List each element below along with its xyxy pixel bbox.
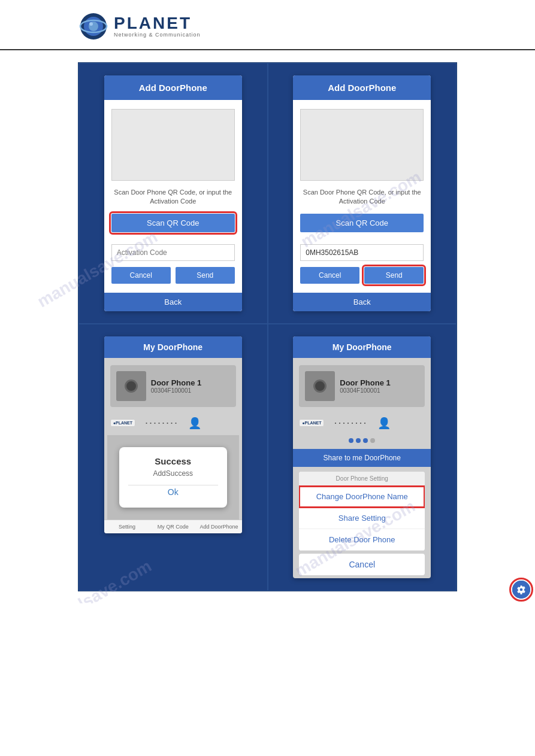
user-icon-left: 👤 [188,417,201,430]
top-left-back[interactable]: Back [104,293,242,311]
dots-indicator [293,435,431,446]
logo-text: PLANET Networking & Communication [114,15,201,38]
main-content: manualsave.com manualsave.com manualsave… [0,50,535,603]
top-left-panel: Add DoorPhone Scan Door Phone QR Code, o… [78,63,268,324]
bottom-nav-left: Setting My QR Code Add DoorPhone [104,520,242,533]
door-info-left: Door Phone 1 00304F100001 [151,378,230,394]
nav-add-doorphone[interactable]: Add DoorPhone [196,520,242,533]
camera-lens-right [313,379,327,393]
nav-setting[interactable]: Setting [104,520,150,533]
top-left-title: Add DoorPhone [104,75,242,100]
action-buttons-right: Cancel Send [300,267,424,284]
top-left-body: Scan Door Phone QR Code, or input the Ac… [104,100,242,293]
top-left-instruction: Scan Door Phone QR Code, or input the Ac… [111,188,235,207]
door-info-right: Door Phone 1 00304F100001 [340,378,419,394]
delete-door-button[interactable]: Delete Door Phone [299,529,425,551]
password-dots-left: ········ [139,417,185,429]
send-button-left[interactable]: Send [176,267,235,284]
dot-4 [370,438,375,443]
door-card-right: Door Phone 1 00304F100001 [299,365,425,407]
logo-planet-label: PLANET [114,15,201,32]
password-dots-right: ········ [328,417,373,429]
activation-code-input-right[interactable] [300,244,424,261]
ok-button[interactable]: Ok [128,485,218,499]
top-right-screen: Add DoorPhone Scan Door Phone QR Code, o… [293,75,431,311]
settings-panel: Door Phone Setting Change DoorPhone Name… [299,472,425,551]
svg-point-4 [89,22,93,26]
cancel-settings-button[interactable]: Cancel [299,554,425,575]
send-button-right[interactable]: Send [364,267,424,284]
scan-area-left [111,109,235,181]
camera-lens-left [125,379,138,393]
password-row-left: ●PLANET ········ 👤 [104,414,242,432]
camera-icon-left [116,371,146,401]
bottom-right-screen: My DoorPhone Door Phone 1 00304F100001 ●… [293,336,431,578]
door-id-left: 00304F100001 [151,387,230,394]
scan-area-right [300,109,424,181]
top-right-title: Add DoorPhone [293,75,431,100]
top-right-back[interactable]: Back [293,293,431,311]
cancel-button-right[interactable]: Cancel [300,267,359,284]
planet-badge-right: ●PLANET [299,419,324,427]
top-left-screen: Add DoorPhone Scan Door Phone QR Code, o… [104,75,242,311]
top-right-body: Scan Door Phone QR Code, or input the Ac… [293,100,431,293]
screenshots-grid: Add DoorPhone Scan Door Phone QR Code, o… [78,62,457,591]
activation-code-input-left[interactable] [111,244,235,261]
logo: PLANET Networking & Communication [78,11,201,42]
dot-1 [349,438,353,443]
logo-subtitle-label: Networking & Communication [114,32,201,38]
modal-overlay: Success AddSuccess Ok [107,435,239,520]
bottom-left-title: My DoorPhone [104,336,242,358]
planet-badge-left: ●PLANET [110,419,135,427]
camera-icon-right [305,371,335,401]
dot-3 [363,438,368,443]
page-header: PLANET Networking & Communication [0,0,535,50]
change-name-button[interactable]: Change DoorPhone Name [299,486,425,508]
scan-qr-button-right[interactable]: Scan QR Code [300,214,424,232]
password-row-right: ●PLANET ········ 👤 [293,414,431,432]
scan-qr-button-left[interactable]: Scan QR Code [111,214,235,232]
bottom-right-title: My DoorPhone [293,336,431,358]
planet-logo-icon [78,11,109,42]
top-right-panel: Add DoorPhone Scan Door Phone QR Code, o… [268,63,457,324]
success-title: Success [128,456,218,466]
top-right-instruction: Scan Door Phone QR Code, or input the Ac… [300,188,424,207]
success-modal: Success AddSuccess Ok [119,447,227,508]
nav-qr-code[interactable]: My QR Code [150,520,196,533]
action-buttons-left: Cancel Send [111,267,235,284]
settings-header: Door Phone Setting [299,472,425,486]
share-setting-button[interactable]: Share Setting [299,508,425,529]
door-card-left: Door Phone 1 00304F100001 [110,365,236,407]
bottom-right-panel: My DoorPhone Door Phone 1 00304F100001 ●… [268,324,457,591]
success-msg: AddSuccess [128,469,218,478]
door-name-left: Door Phone 1 [151,378,230,387]
user-icon-right: 👤 [377,417,391,430]
cancel-button-left[interactable]: Cancel [111,267,171,284]
bottom-left-panel: My DoorPhone Door Phone 1 00304F100001 ●… [78,324,268,591]
dot-2 [356,438,361,443]
door-name-right: Door Phone 1 [340,378,419,387]
share-label: Share to me DoorPhone [293,449,431,467]
bottom-left-screen: My DoorPhone Door Phone 1 00304F100001 ●… [104,336,242,533]
door-id-right: 00304F100001 [340,387,419,394]
